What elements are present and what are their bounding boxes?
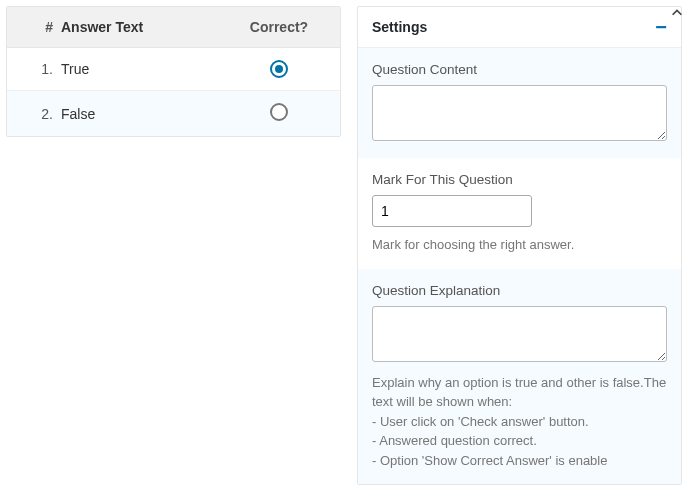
mark-section: Mark For This Question Mark for choosing… [358,158,681,269]
answer-text[interactable]: False [53,106,234,122]
collapse-icon[interactable]: − [655,17,667,37]
col-header-text: Answer Text [53,19,234,35]
chevron-up-icon[interactable] [670,6,684,20]
explanation-label: Question Explanation [372,283,667,298]
table-row: 2. False [7,91,340,136]
mark-label: Mark For This Question [372,172,667,187]
explanation-help-line: - User click on 'Check answer' button. [372,412,667,432]
question-content-label: Question Content [372,62,667,77]
explanation-help-line: - Answered question correct. [372,431,667,451]
answer-text[interactable]: True [53,61,234,77]
explanation-section: Question Explanation Explain why an opti… [358,269,681,485]
answer-num: 2. [23,106,53,122]
settings-title: Settings [372,19,427,35]
settings-panel: Settings − Question Content Mark For Thi… [357,6,682,485]
col-header-num: # [23,19,53,35]
correct-radio[interactable] [270,103,288,121]
explanation-help: Explain why an option is true and other … [372,373,667,471]
question-content-section: Question Content [358,48,681,158]
correct-radio[interactable] [270,60,288,78]
table-row: 1. True [7,48,340,91]
settings-header: Settings − [358,7,681,48]
mark-input[interactable] [372,195,532,227]
explanation-help-line: - Option 'Show Correct Answer' is enable [372,451,667,471]
mark-help: Mark for choosing the right answer. [372,235,667,255]
answers-table-header: # Answer Text Correct? [7,7,340,48]
answer-num: 1. [23,61,53,77]
explanation-input[interactable] [372,306,667,362]
answers-table: # Answer Text Correct? 1. True 2. False [6,6,341,137]
explanation-help-intro: Explain why an option is true and other … [372,373,667,412]
question-content-input[interactable] [372,85,667,141]
col-header-correct: Correct? [234,19,324,35]
